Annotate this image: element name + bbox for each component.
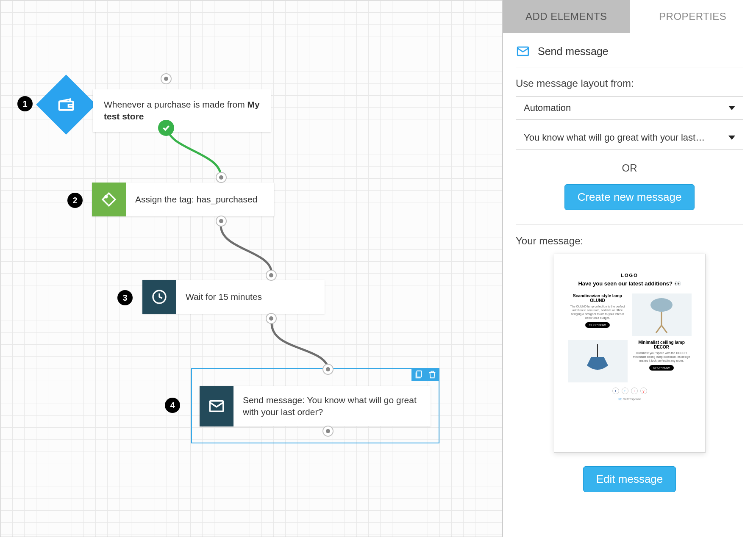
chevron-down-icon (728, 136, 735, 140)
port-in-4[interactable] (322, 364, 334, 375)
preview-social-row: ftiy (568, 388, 692, 394)
layout-source-dropdown[interactable]: Automation (516, 96, 743, 120)
svg-point-2 (105, 196, 107, 198)
preview-product1-image (632, 293, 692, 336)
port-in-3[interactable] (266, 270, 277, 281)
tab-properties[interactable]: PROPERTIES (630, 0, 756, 33)
your-message-label: Your message: (516, 235, 743, 247)
preview-product2-title: Minimalist ceiling lamp DECOR (632, 340, 692, 349)
preview-shop-button-1: SHOP NOW (585, 322, 610, 328)
layout-label: Use message layout from: (516, 78, 743, 89)
properties-sidebar: ADD ELEMENTS PROPERTIES Send message Use… (503, 0, 756, 537)
node-message[interactable]: Send message: You know what will go grea… (200, 386, 431, 426)
port-out-1[interactable] (161, 73, 172, 84)
clock-icon (151, 288, 168, 305)
or-divider: OR (516, 162, 743, 174)
create-message-button[interactable]: Create new message (564, 184, 695, 210)
trash-icon[interactable] (428, 370, 437, 379)
mail-icon (516, 44, 530, 58)
node-trigger-icon[interactable] (36, 75, 96, 134)
panel-title: Send message (538, 45, 609, 58)
divider (516, 224, 743, 225)
port-in-2[interactable] (216, 172, 227, 183)
node-tag[interactable]: Assign the tag: has_purchased (92, 183, 274, 216)
workflow-canvas[interactable]: 1 Whenever a purchase is made from My te… (0, 0, 503, 537)
step-badge-2: 2 (67, 193, 83, 208)
chevron-down-icon (728, 106, 735, 110)
tag-icon (100, 191, 117, 208)
preview-logo: LOGO (568, 273, 692, 278)
wallet-icon (57, 95, 75, 114)
duplicate-icon[interactable] (414, 370, 423, 379)
preview-product1-title: Scandinavian style lamp OLUND (568, 293, 628, 303)
message-preview[interactable]: LOGO Have you seen our latest additions?… (554, 254, 706, 453)
preview-product1-desc: The OLUND lamp collection is the perfect… (568, 304, 628, 320)
svg-rect-1 (69, 105, 73, 107)
preview-footer-brand: 📧 GetResponse (568, 398, 692, 401)
svg-rect-0 (59, 102, 73, 110)
mail-icon (208, 397, 225, 415)
preview-product2-desc: Illuminate your space with the DECOR min… (632, 351, 692, 363)
message-select-dropdown[interactable]: You know what will go great with your la… (516, 126, 743, 149)
step-badge-4: 4 (165, 398, 180, 413)
layout-source-value: Automation (524, 102, 571, 113)
selection-toolbar (411, 368, 439, 381)
node-wait-text: Wait for 15 minutes (186, 291, 262, 303)
sidebar-tabs: ADD ELEMENTS PROPERTIES (503, 0, 756, 33)
connectors (0, 0, 502, 537)
preview-shop-button-2: SHOP NOW (649, 365, 674, 371)
port-out-2[interactable] (216, 216, 227, 227)
node-tag-text: Assign the tag: has_purchased (135, 194, 257, 205)
step-badge-1: 1 (17, 96, 33, 111)
node-trigger[interactable]: Whenever a purchase is made from My test… (93, 89, 271, 132)
properties-panel: Send message Use message layout from: Au… (503, 33, 756, 537)
svg-point-7 (650, 298, 673, 312)
preview-product2-image (568, 340, 628, 382)
port-out-4[interactable] (322, 426, 334, 437)
port-out-3[interactable] (266, 313, 277, 324)
preview-headline: Have you seen our latest additions? 👀 (568, 280, 692, 287)
node-message-text: Send message: You know what will go grea… (243, 394, 421, 418)
step-complete-check (158, 120, 174, 136)
edit-message-button[interactable]: Edit message (583, 466, 676, 492)
node-wait[interactable]: Wait for 15 minutes (142, 280, 325, 314)
node-trigger-text: Whenever a purchase is made from (104, 100, 247, 109)
message-select-value: You know what will go great with your la… (524, 132, 705, 143)
tab-add-elements[interactable]: ADD ELEMENTS (503, 0, 630, 33)
step-badge-3: 3 (117, 290, 133, 305)
check-icon (161, 123, 171, 133)
svg-rect-4 (417, 371, 421, 377)
